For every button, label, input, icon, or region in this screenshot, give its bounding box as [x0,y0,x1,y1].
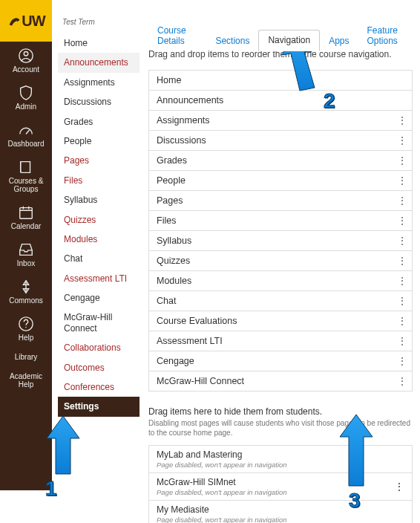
kebab-menu-icon[interactable]: ⋮ [397,338,404,344]
kebab-menu-icon[interactable]: ⋮ [397,378,404,384]
kebab-menu-icon[interactable]: ⋮ [397,258,404,264]
course-menu-files[interactable]: Files [58,171,140,190]
disabled-nav-item[interactable]: MyLab and MasteringPage disabled, won't … [149,446,412,473]
global-nav-help[interactable]: Help [0,310,52,347]
course-menu-assessment-lti[interactable]: Assessment LTI [58,269,140,288]
svg-point-1 [24,52,28,56]
disabled-item-text: My MediasitePage disabled, won't appear … [157,504,287,523]
course-menu-quizzes[interactable]: Quizzes [58,210,140,230]
disabled-item-text: MyLab and MasteringPage disabled, won't … [157,449,287,469]
settings-tabs: Course DetailsSectionsNavigationAppsFeat… [148,21,420,51]
course-menu-assignments[interactable]: Assignments [58,73,140,92]
navigation-settings: Drag and drop items to reorder them in t… [148,49,413,523]
global-nav: UW AccountAdminDashboardCourses & Groups… [0,0,52,490]
nav-item[interactable]: Discussions⋮ [149,131,412,151]
kebab-menu-icon[interactable]: ⋮ [397,278,404,284]
global-nav-label: Account [1,65,50,74]
global-nav-inbox[interactable]: Inbox [0,235,52,273]
course-menu-settings[interactable]: Settings [58,397,140,416]
tab-navigation[interactable]: Navigation [258,30,320,51]
course-menu-announcements[interactable]: Announcements [58,53,140,72]
course-menu-people[interactable]: People [58,131,140,151]
course-menu-cengage[interactable]: Cengage [58,288,140,308]
course-menu-home[interactable]: Home [58,33,140,53]
course-menu-grades[interactable]: Grades [58,112,140,131]
user-circle-icon [18,48,34,64]
nav-item[interactable]: Course Evaluations⋮ [149,311,412,331]
course-menu-syllabus[interactable]: Syllabus [58,190,140,209]
calendar-icon [18,204,34,221]
global-nav-academic-help[interactable]: Academic Help [0,366,52,394]
global-nav-account[interactable]: Account [0,42,52,79]
nav-item[interactable]: Cengage⋮ [149,351,412,371]
nav-item-label: People [157,175,186,186]
shield-icon [18,85,34,101]
nav-item[interactable]: Pages⋮ [149,191,412,211]
global-nav-calendar[interactable]: Calendar [0,198,52,235]
tab-sections[interactable]: Sections [206,31,258,51]
kebab-menu-icon[interactable]: ⋮ [397,358,404,364]
kebab-menu-icon[interactable]: ⋮ [397,137,404,143]
commons-icon [18,279,34,295]
nav-item[interactable]: Files⋮ [149,211,412,231]
course-menu-collaborations[interactable]: Collaborations [58,338,140,357]
nav-item[interactable]: Announcements⋮ [149,91,412,111]
nav-item[interactable]: People⋮ [149,171,412,191]
nav-item[interactable]: Chat⋮ [149,291,412,311]
course-menu-conferences[interactable]: Conferences [58,377,140,397]
nav-item-label: McGraw-Hill Connect [157,376,244,386]
course-menu-chat[interactable]: Chat [58,249,140,268]
tab-course-details[interactable]: Course Details [148,21,206,51]
global-nav-dashboard[interactable]: Dashboard [0,116,52,153]
kebab-menu-icon[interactable]: ⋮ [397,298,404,304]
nav-item[interactable]: McGraw-Hill Connect⋮ [149,371,412,392]
nav-item-label: Pages [157,195,183,206]
disabled-nav-item[interactable]: McGraw-Hill SIMnetPage disabled, won't a… [149,473,412,501]
nav-item-label: Quizzes [157,256,190,266]
course-menu-mcgraw-hill-connect[interactable]: McGraw-Hill Connect [58,308,140,338]
nav-item[interactable]: Assignments⋮ [149,111,412,131]
hidden-intro: Drag items here to hide them from studen… [148,406,413,417]
nav-item-label: Grades [157,155,187,166]
kebab-menu-icon[interactable]: ⋮ [397,178,404,183]
course-menu-pages[interactable]: Pages [58,151,140,170]
kebab-menu-icon[interactable]: ⋮ [397,218,404,224]
global-nav-commons[interactable]: Commons [0,273,52,310]
kebab-menu-icon[interactable]: ⋮ [397,117,404,123]
kebab-menu-icon[interactable]: ⋮ [394,481,404,493]
logo-text: UW [22,13,45,30]
nav-item-label: Chat [157,296,176,306]
course-menu-outcomes[interactable]: Outcomes [58,358,140,377]
nav-item[interactable]: Modules⋮ [149,271,412,291]
kebab-menu-icon[interactable]: ⋮ [397,318,404,324]
book-icon [18,159,34,175]
nav-item-label: Assignments [157,115,210,126]
nav-item[interactable]: Grades⋮ [149,151,412,171]
uw-logo[interactable]: UW [0,0,52,42]
svg-rect-2 [20,208,33,219]
global-nav-label: Admin [1,103,50,111]
nav-item[interactable]: Assessment LTI⋮ [149,331,412,351]
course-menu-modules[interactable]: Modules [58,230,140,249]
global-nav-courses-groups[interactable]: Courses & Groups [0,153,52,198]
disabled-nav-item[interactable]: My MediasitePage disabled, won't appear … [149,501,412,523]
kebab-menu-icon[interactable]: ⋮ [397,198,404,204]
tab-apps[interactable]: Apps [320,31,358,51]
tab-feature-options[interactable]: Feature Options [358,21,420,51]
nav-item[interactable]: Quizzes⋮ [149,251,412,271]
help-icon [18,316,34,332]
nav-item-label: Course Evaluations [157,316,237,326]
global-nav-admin[interactable]: Admin [0,79,52,116]
nav-item-label: Cengage [157,356,194,366]
course-menu-discussions[interactable]: Discussions [58,92,140,111]
disabled-item-text: McGraw-Hill SIMnetPage disabled, won't a… [157,477,287,496]
course-menu: Test Term HomeAnnouncementsAssignmentsDi… [58,18,140,417]
global-nav-label: Academic Help [1,372,50,389]
nav-item[interactable]: Syllabus⋮ [149,231,412,251]
global-nav-label: Courses & Groups [1,177,50,193]
kebab-menu-icon[interactable]: ⋮ [397,157,404,163]
nav-item[interactable]: Home⋮ [149,71,412,91]
disabled-nav-list: MyLab and MasteringPage disabled, won't … [148,445,413,523]
global-nav-library[interactable]: Library [0,347,52,366]
kebab-menu-icon[interactable]: ⋮ [397,238,404,244]
